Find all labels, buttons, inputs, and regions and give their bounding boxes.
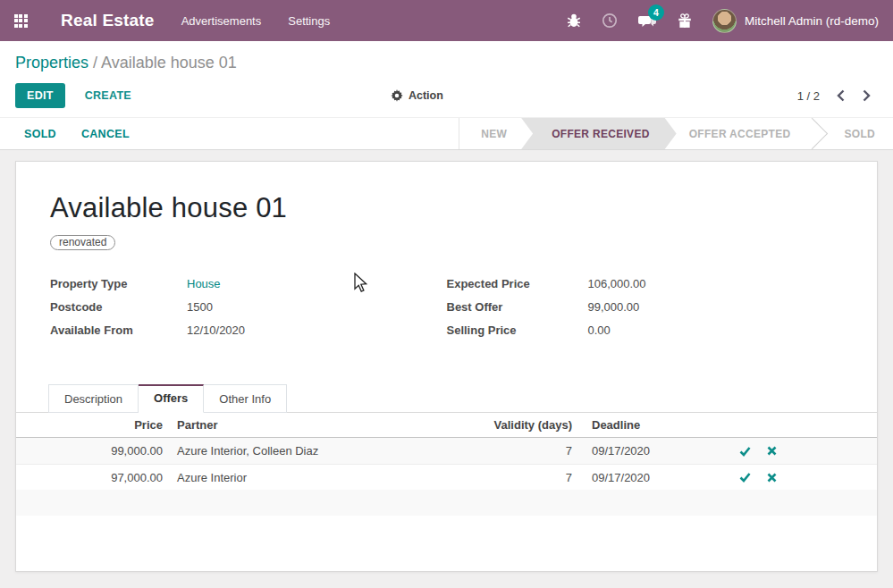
gear-icon: [391, 89, 403, 102]
record-title: Available house 01: [50, 192, 843, 224]
action-label: Action: [409, 89, 443, 102]
activities-clock-icon[interactable]: [602, 13, 618, 29]
table-row[interactable]: 97,000.00 Azure Interior 7 09/17/2020: [16, 464, 877, 490]
field-value-expected-price: 106,000.00: [588, 277, 646, 290]
pager-previous-icon[interactable]: [836, 89, 846, 102]
main-menu: Advertisements Settings: [181, 14, 331, 28]
debug-bug-icon[interactable]: [566, 13, 582, 29]
breadcrumb-properties-link[interactable]: Properties: [15, 54, 88, 71]
offer-partner: Azure Interior, Colleen Diaz: [168, 444, 481, 458]
menu-advertisements[interactable]: Advertisements: [181, 14, 262, 28]
offer-validity: 7: [481, 444, 579, 458]
offer-partner: Azure Interior: [168, 471, 481, 484]
gift-icon[interactable]: [677, 13, 693, 29]
menu-settings[interactable]: Settings: [288, 14, 330, 28]
top-navbar: Real Estate Advertisements Settings 4 Mi…: [0, 0, 893, 41]
field-label-expected-price: Expected Price: [447, 277, 588, 290]
breadcrumb-separator: /: [93, 54, 101, 71]
field-label-best-offer: Best Offer: [447, 300, 588, 314]
tab-offers[interactable]: Offers: [139, 384, 204, 413]
create-button[interactable]: CREATE: [85, 89, 131, 102]
user-avatar: [712, 9, 737, 33]
control-panel: Properties / Available house 01 EDIT CRE…: [0, 41, 893, 117]
stage-offer-received[interactable]: OFFER RECEIVED: [521, 118, 677, 149]
stage-pipeline: NEW OFFER RECEIVED OFFER ACCEPTED SOLD: [459, 118, 893, 149]
offers-table: Price Partner Validity (days) Deadline 9…: [16, 413, 877, 516]
stage-separator-icon: [808, 118, 826, 149]
accept-offer-check-icon[interactable]: [731, 446, 758, 457]
apps-menu-button[interactable]: [0, 0, 41, 41]
user-name: Mitchell Admin (rd-demo): [745, 14, 879, 28]
offer-deadline: 09/17/2020: [579, 444, 731, 458]
messages-count-badge: 4: [648, 4, 664, 21]
apps-grid-icon: [14, 14, 28, 28]
field-value-selling-price: 0.00: [588, 323, 611, 337]
tab-other-info[interactable]: Other Info: [204, 384, 287, 413]
field-value-property-type[interactable]: House: [187, 277, 221, 290]
stage-offer-accepted[interactable]: OFFER ACCEPTED: [671, 118, 809, 149]
user-menu[interactable]: Mitchell Admin (rd-demo): [712, 9, 879, 33]
field-value-best-offer: 99,000.00: [588, 300, 640, 314]
breadcrumb: Properties / Available house 01: [0, 41, 893, 76]
notebook-tabs: Description Offers Other Info: [16, 384, 877, 413]
table-row[interactable]: 99,000.00 Azure Interior, Colleen Diaz 7…: [16, 438, 877, 464]
tab-description[interactable]: Description: [48, 384, 139, 413]
cancel-action-button[interactable]: CANCEL: [81, 128, 130, 140]
content-area: Available house 01 renovated Property Ty…: [0, 150, 893, 588]
field-value-postcode: 1500: [187, 300, 213, 314]
refuse-offer-x-icon[interactable]: [758, 473, 785, 483]
pager: 1 / 2: [797, 89, 872, 103]
pager-next-icon[interactable]: [862, 89, 872, 102]
field-label-property-type: Property Type: [50, 277, 187, 290]
field-value-available-from: 12/10/2020: [187, 323, 245, 337]
column-header-validity[interactable]: Validity (days): [481, 418, 579, 432]
offer-deadline: 09/17/2020: [579, 471, 731, 484]
breadcrumb-current: Available house 01: [101, 54, 237, 71]
offer-price: 99,000.00: [16, 444, 168, 458]
column-header-partner[interactable]: Partner: [168, 418, 481, 432]
empty-table-row: [16, 490, 877, 516]
accept-offer-check-icon[interactable]: [731, 472, 758, 483]
sold-action-button[interactable]: SOLD: [24, 128, 56, 140]
field-label-selling-price: Selling Price: [447, 323, 588, 337]
form-statusbar: SOLD CANCEL NEW OFFER RECEIVED OFFER ACC…: [0, 117, 893, 150]
field-label-postcode: Postcode: [50, 300, 187, 314]
edit-button[interactable]: EDIT: [15, 83, 65, 108]
offer-validity: 7: [481, 471, 579, 484]
offers-table-header: Price Partner Validity (days) Deadline: [16, 413, 877, 438]
action-menu-button[interactable]: Action: [391, 89, 443, 102]
tag-renovated[interactable]: renovated: [50, 235, 115, 250]
refuse-offer-x-icon[interactable]: [758, 446, 785, 456]
app-title[interactable]: Real Estate: [61, 11, 155, 30]
stage-sold[interactable]: SOLD: [826, 118, 893, 149]
field-label-available-from: Available From: [50, 323, 187, 337]
pager-value[interactable]: 1 / 2: [797, 89, 820, 103]
offer-price: 97,000.00: [16, 471, 168, 484]
column-header-price[interactable]: Price: [16, 418, 168, 432]
form-sheet: Available house 01 renovated Property Ty…: [15, 161, 878, 572]
column-header-deadline[interactable]: Deadline: [579, 418, 731, 432]
messages-icon[interactable]: 4: [637, 13, 657, 29]
